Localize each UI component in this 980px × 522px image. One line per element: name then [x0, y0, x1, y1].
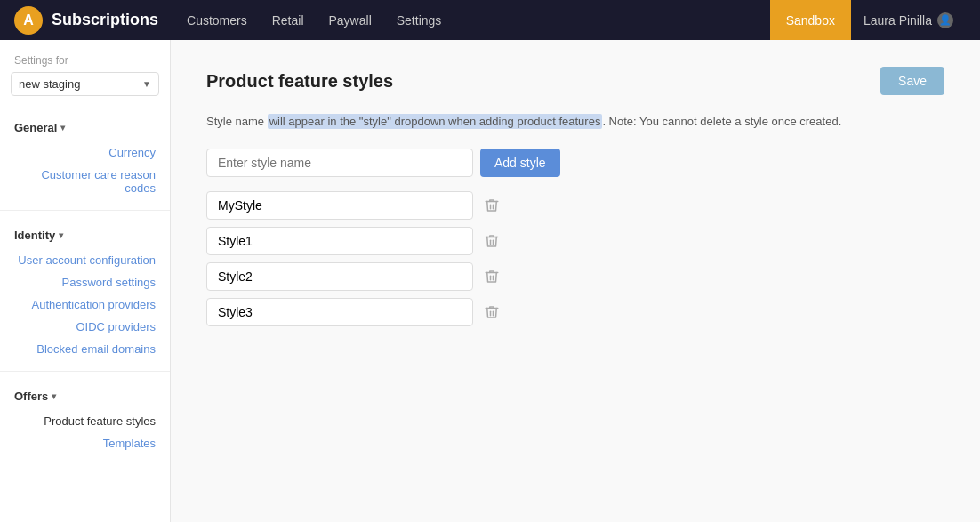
sidebar-section-general-label: General: [14, 121, 57, 134]
sidebar-divider-1: [0, 210, 170, 211]
trash-icon: [484, 269, 500, 285]
sidebar-item-currency[interactable]: Currency: [0, 141, 170, 164]
trash-icon: [484, 197, 500, 213]
description-after: . Note: You cannot delete a style once c…: [602, 115, 841, 128]
topnav-links: Customers Retail Paywall Settings: [187, 13, 742, 28]
user-avatar-icon: 👤: [937, 12, 953, 28]
description-before: Style name: [206, 115, 268, 128]
topnav-link-customers[interactable]: Customers: [187, 13, 247, 28]
topnav-link-settings[interactable]: Settings: [397, 13, 442, 28]
trash-icon: [484, 304, 500, 320]
trash-icon: [484, 233, 500, 249]
sidebar-section-general[interactable]: General ▾: [0, 114, 170, 141]
settings-dropdown[interactable]: new staging ▼: [11, 72, 159, 96]
style-input-style3[interactable]: [206, 298, 473, 326]
page-title: Product feature styles: [206, 71, 393, 92]
style-item-style3: [206, 298, 944, 326]
topnav-link-retail[interactable]: Retail: [272, 13, 304, 28]
sidebar-item-auth-providers[interactable]: Authentication providers: [0, 293, 170, 316]
style-input-style2[interactable]: [206, 262, 473, 291]
style-input-mystyle[interactable]: [206, 191, 473, 220]
page-layout: Settings for new staging ▼ General ▾ Cur…: [0, 40, 980, 522]
style-item-style2: [206, 262, 944, 291]
main-content: Product feature styles Save Style name w…: [171, 40, 980, 522]
style-item-style1: [206, 227, 944, 255]
add-style-row: Add style: [206, 149, 944, 177]
delete-style1-button[interactable]: [480, 229, 503, 253]
logo-icon: A: [14, 6, 43, 35]
sidebar-section-identity[interactable]: Identity ▾: [0, 221, 170, 249]
topnav: A Subscriptions Customers Retail Paywall…: [0, 0, 980, 40]
sidebar-item-oidc-providers[interactable]: OIDC providers: [0, 316, 170, 338]
chevron-down-icon: ▾: [60, 123, 65, 133]
chevron-down-icon: ▾: [59, 230, 63, 240]
save-button[interactable]: Save: [880, 67, 944, 95]
sandbox-button[interactable]: Sandbox: [770, 0, 851, 40]
description-highlight: will appear in the "style" dropdown when…: [268, 114, 603, 129]
app-logo[interactable]: A Subscriptions: [14, 6, 158, 35]
add-style-button[interactable]: Add style: [480, 149, 560, 177]
user-menu-button[interactable]: Laura Pinilla 👤: [851, 0, 966, 40]
add-style-input[interactable]: [206, 149, 473, 177]
sidebar: Settings for new staging ▼ General ▾ Cur…: [0, 40, 171, 522]
sidebar-divider-2: [0, 371, 170, 372]
delete-style2-button[interactable]: [480, 265, 503, 288]
page-header: Product feature styles Save: [206, 67, 944, 95]
page-description: Style name will appear in the "style" dr…: [206, 113, 944, 131]
user-label: Laura Pinilla: [864, 13, 932, 28]
app-title: Subscriptions: [52, 11, 158, 29]
sidebar-item-customer-care[interactable]: Customer care reason codes: [0, 164, 170, 199]
sidebar-section-offers-label: Offers: [14, 389, 48, 403]
topnav-link-paywall[interactable]: Paywall: [329, 13, 372, 28]
sidebar-item-password-settings[interactable]: Password settings: [0, 271, 170, 293]
delete-style3-button[interactable]: [480, 301, 503, 324]
sidebar-section-offers[interactable]: Offers ▾: [0, 382, 170, 410]
settings-for-label: Settings for: [0, 54, 170, 72]
sidebar-item-templates[interactable]: Templates: [0, 432, 170, 454]
delete-mystyle-button[interactable]: [480, 194, 503, 217]
sidebar-item-product-feature-styles[interactable]: Product feature styles: [0, 410, 170, 432]
sidebar-item-blocked-email[interactable]: Blocked email domains: [0, 338, 170, 360]
settings-dropdown-value: new staging: [19, 77, 80, 91]
chevron-down-icon: ▼: [142, 79, 151, 89]
topnav-right: Sandbox Laura Pinilla 👤: [770, 0, 966, 40]
style-input-style1[interactable]: [206, 227, 473, 255]
sidebar-section-identity-label: Identity: [14, 229, 55, 242]
sidebar-item-user-account[interactable]: User account configuration: [0, 249, 170, 271]
chevron-down-icon: ▾: [52, 391, 56, 401]
style-item-mystyle: [206, 191, 944, 220]
